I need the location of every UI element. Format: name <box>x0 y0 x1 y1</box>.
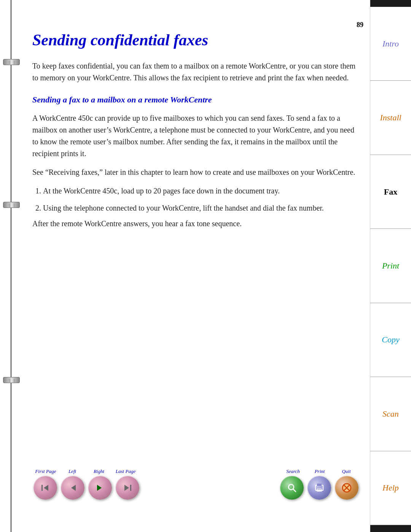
svg-marker-2 <box>71 485 76 491</box>
right-button[interactable] <box>88 476 112 500</box>
search-icon <box>286 482 298 494</box>
step-2-sub: After the remote WorkCentre answers, you… <box>32 218 360 230</box>
svg-rect-9 <box>317 484 322 486</box>
sidebar-item-install[interactable]: Install <box>370 81 411 155</box>
first-page-icon <box>40 482 51 493</box>
right-label: Right <box>86 468 112 474</box>
print-nav-icon <box>314 482 325 494</box>
svg-rect-8 <box>315 485 323 490</box>
sidebar-bottom-bar <box>370 525 411 532</box>
search-button[interactable] <box>280 476 304 500</box>
binder-clip-middle <box>3 202 20 208</box>
binder-line <box>11 0 11 532</box>
last-page-icon <box>122 482 133 493</box>
sidebar-item-scan[interactable]: Scan <box>370 377 411 451</box>
right-buttons-row <box>279 476 360 500</box>
sidebar-fax-label: Fax <box>384 187 397 197</box>
steps-list: At the WorkCentre 450c, load up to 20 pa… <box>43 185 360 230</box>
first-page-button[interactable] <box>33 476 57 500</box>
page-number: 89 <box>357 21 363 29</box>
quit-label: Quit <box>333 468 360 474</box>
quit-icon <box>341 482 352 494</box>
print-nav-button[interactable] <box>307 476 331 500</box>
sidebar-install-label: Install <box>380 113 401 123</box>
main-content: Sending confidential faxes To keep faxes… <box>25 30 367 235</box>
right-icon <box>95 482 105 493</box>
left-label: Left <box>59 468 86 474</box>
right-labels-row: Search Print Quit <box>280 468 360 474</box>
svg-line-7 <box>293 489 296 492</box>
nav-wrapper: First Page Left Right Last Page <box>25 468 367 500</box>
sidebar-item-intro[interactable]: Intro <box>370 7 411 81</box>
print-nav-label: Print <box>306 468 333 474</box>
left-nav: First Page Left Right Last Page <box>32 468 140 500</box>
svg-rect-0 <box>41 485 43 491</box>
left-buttons-row <box>32 476 140 500</box>
sidebar-item-copy[interactable]: Copy <box>370 303 411 377</box>
left-icon <box>67 482 78 493</box>
svg-marker-3 <box>97 485 102 491</box>
intro-paragraph: To keep faxes confidential, you can fax … <box>32 60 360 84</box>
right-nav: Search Print Quit <box>279 468 360 500</box>
left-labels-row: First Page Left Right Last Page <box>32 468 140 474</box>
nav-row: First Page Left Right Last Page <box>32 468 360 500</box>
first-page-label: First Page <box>32 468 59 474</box>
section-heading: Sending a fax to a mailbox on a remote W… <box>32 94 360 105</box>
body-paragraph-1: A WorkCentre 450c can provide up to five… <box>32 112 360 160</box>
sidebar-help-label: Help <box>382 483 399 493</box>
page-container: 89 Intro Install Fax Print Copy Scan Hel… <box>0 0 411 532</box>
sidebar-item-fax[interactable]: Fax <box>370 155 411 229</box>
sidebar-item-help[interactable]: Help <box>370 451 411 525</box>
svg-marker-4 <box>124 485 129 491</box>
last-page-label: Last Page <box>112 468 139 474</box>
binder <box>0 0 23 532</box>
sidebar-print-label: Print <box>382 261 399 271</box>
sidebar: Intro Install Fax Print Copy Scan Help <box>370 0 411 532</box>
step-1: At the WorkCentre 450c, load up to 20 pa… <box>43 185 360 197</box>
sidebar-item-print[interactable]: Print <box>370 229 411 303</box>
svg-rect-5 <box>130 485 131 491</box>
binder-clip-bottom <box>3 377 20 383</box>
sidebar-top-bar <box>370 0 411 7</box>
sidebar-copy-label: Copy <box>382 335 399 345</box>
svg-marker-1 <box>44 485 48 491</box>
left-button[interactable] <box>61 476 84 500</box>
sidebar-intro-label: Intro <box>382 39 399 49</box>
last-page-button[interactable] <box>116 476 139 500</box>
page-title: Sending confidential faxes <box>32 30 360 50</box>
step-2: Using the telephone connected to your Wo… <box>43 202 360 230</box>
body-paragraph-2: See “Receiving faxes,” later in this cha… <box>32 166 360 178</box>
quit-button[interactable] <box>335 476 358 500</box>
sidebar-scan-label: Scan <box>382 409 399 419</box>
binder-clip-top <box>3 59 20 65</box>
search-label: Search <box>280 468 306 474</box>
